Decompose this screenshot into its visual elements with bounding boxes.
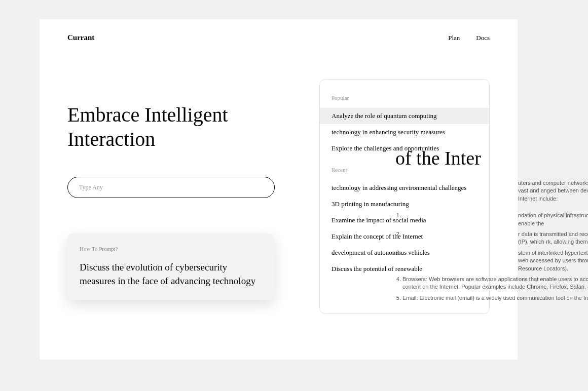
logo[interactable]: Currant [67, 33, 94, 42]
hero-title: Embrace Intelligent Interaction [67, 103, 298, 151]
doc-title: of the Inter [395, 147, 588, 169]
doc-item: ndation of physical infrastructu se comp… [402, 212, 588, 227]
doc-item: Browsers: Web browsers are software appl… [402, 276, 588, 291]
prompt-card-text: Discuss the evolution of cybersecurity m… [80, 261, 262, 288]
prompt-card[interactable]: How To Prompt? Discuss the evolution of … [67, 233, 274, 300]
prompt-card-label: How To Prompt? [80, 246, 262, 252]
nav: Plan Docs [448, 34, 490, 42]
nav-docs[interactable]: Docs [476, 34, 490, 42]
background-doc: of the Inter uters and computer networks… [395, 147, 588, 305]
header: Currant Plan Docs [40, 19, 518, 42]
doc-item: Email: Electronic mail (email) is a wide… [402, 294, 588, 302]
search-container[interactable] [67, 177, 275, 198]
popular-label: Popular [320, 95, 489, 101]
doc-body: uters and computer networks set of proto… [395, 179, 588, 302]
doc-item: stem of interlinked hypertext ia the Int… [402, 249, 588, 272]
popular-item[interactable]: Analyze the role of quantum computing [320, 108, 489, 124]
doc-item: r data is transmitted and receiv he Inte… [402, 230, 588, 246]
doc-list: ndation of physical infrastructu se comp… [395, 212, 588, 302]
search-input[interactable] [79, 184, 263, 191]
doc-intro: uters and computer networks set of proto… [395, 179, 588, 203]
popular-item[interactable]: technology in enhancing security measure… [320, 124, 489, 140]
hero-section: Embrace Intelligent Interaction How To P… [67, 42, 298, 300]
nav-plan[interactable]: Plan [448, 34, 460, 42]
